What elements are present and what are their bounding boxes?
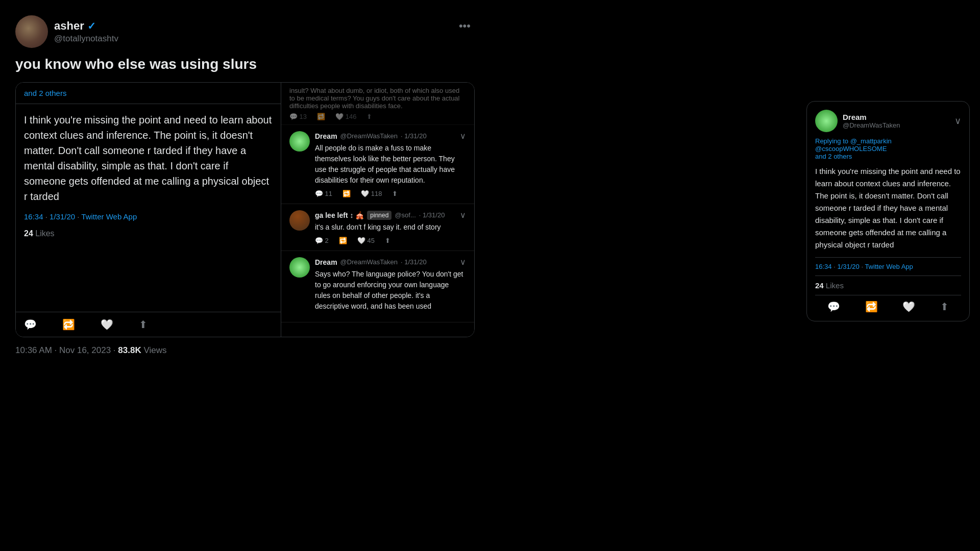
- twitter-web-app-link[interactable]: Twitter Web App: [81, 212, 137, 221]
- reply-icon[interactable]: 💬 11: [315, 190, 332, 197]
- right-panel: insult? What about dumb, or idiot, both …: [281, 83, 474, 337]
- reply-count-top: 💬 13: [289, 113, 307, 120]
- share-icon[interactable]: ⬆: [940, 300, 949, 313]
- retweet-icon[interactable]: 🔁: [62, 318, 75, 331]
- reply-header: ga lee left ↕️ 🎪 pinned @sof... · 1/31/2…: [315, 210, 466, 220]
- like-icon[interactable]: 🤍: [101, 318, 113, 331]
- tweet-text: you know who else was using slurs: [15, 54, 475, 74]
- reply-actions: 💬 2 🔁 🤍 45 ⬆: [315, 237, 466, 244]
- list-item: Dream @DreamWasTaken · 1/31/20 ∨ All peo…: [281, 125, 474, 204]
- retweet-icon[interactable]: 🔁: [342, 190, 351, 197]
- expanded-tweet: Dream @DreamWasTaken ∨ Replying to @_mat…: [806, 101, 970, 321]
- avatar: [815, 110, 838, 132]
- reply-name: ga lee left ↕️ 🎪: [315, 211, 364, 219]
- reply-content: ga lee left ↕️ 🎪 pinned @sof... · 1/31/2…: [315, 210, 466, 244]
- reply-name: Dream: [315, 132, 337, 140]
- share-icon[interactable]: ⬆: [385, 237, 390, 244]
- like-icon[interactable]: 🤍 118: [361, 190, 382, 197]
- expand-chevron-icon[interactable]: ∨: [954, 115, 961, 127]
- pinned-badge: pinned: [367, 211, 391, 220]
- like-icon[interactable]: 🤍 45: [357, 237, 375, 244]
- expanded-action-bar: 💬 🔁 🤍 ⬆: [815, 295, 961, 313]
- expanded-likes: 24 Likes: [815, 276, 961, 290]
- expanded-tweet-header: Dream @DreamWasTaken ∨: [815, 110, 961, 132]
- reply-text: it's a slur. don't f king say it. end of…: [315, 222, 466, 233]
- share-top: ⬆: [366, 113, 372, 120]
- reply-icon[interactable]: 💬: [827, 300, 840, 313]
- retweet-count-top: 🔁: [317, 113, 325, 120]
- reply-icon[interactable]: 💬 2: [315, 237, 329, 244]
- expanded-tweet-meta: 16:34 · 1/31/20 · Twitter Web App: [815, 257, 961, 270]
- retweet-icon[interactable]: 🔁: [339, 237, 347, 244]
- left-action-bar: 💬 🔁 🤍 ⬆: [16, 312, 281, 337]
- top-partial-text: insult? What about dumb, or idiot, both …: [281, 83, 474, 125]
- reply-chevron: ∨: [460, 131, 466, 141]
- reply-handle: @DreamWasTaken: [340, 258, 398, 266]
- left-panel-body: I think you're missing the point and nee…: [16, 104, 281, 312]
- embedded-content: and 2 others I think you're missing the …: [15, 82, 475, 337]
- reply-header: Dream @DreamWasTaken · 1/31/20 ∨: [315, 257, 466, 267]
- name-text: asher: [54, 19, 84, 33]
- list-item: ga lee left ↕️ 🎪 pinned @sof... · 1/31/2…: [281, 204, 474, 251]
- expanded-tweet-text: I think you're missing the point and nee…: [815, 165, 961, 251]
- more-options-button[interactable]: •••: [455, 15, 475, 37]
- expanded-replying-to: Replying to @_mattparkin @cscoopWHOLESOM…: [815, 137, 961, 160]
- reply-text: Says who? The language police? You don't…: [315, 269, 466, 312]
- reply-chevron: ∨: [460, 257, 466, 267]
- reply-icon[interactable]: 💬: [24, 318, 37, 331]
- left-likes: 24 Likes: [24, 229, 273, 238]
- reply-content: Dream @DreamWasTaken · 1/31/20 ∨ Says wh…: [315, 257, 466, 316]
- left-tweet-meta: 16:34 · 1/31/20 · Twitter Web App: [24, 212, 273, 221]
- display-name: asher ✓: [54, 19, 118, 33]
- left-panel-header[interactable]: and 2 others: [16, 83, 281, 104]
- like-count-top: 🤍 146: [335, 113, 356, 120]
- verified-icon: ✓: [87, 20, 96, 32]
- reply-chevron: ∨: [460, 210, 466, 220]
- reply-header: Dream @DreamWasTaken · 1/31/20 ∨: [315, 131, 466, 141]
- reply-name: Dream: [315, 258, 337, 266]
- share-icon[interactable]: ⬆: [392, 190, 398, 197]
- reply-text: All people do is make a fuss to make the…: [315, 143, 466, 186]
- retweet-icon[interactable]: 🔁: [865, 300, 878, 313]
- reply-actions: 💬 11 🔁 🤍 118 ⬆: [315, 190, 466, 197]
- expanded-name: Dream: [843, 113, 900, 121]
- avatar: [289, 210, 310, 231]
- list-item: Dream @DreamWasTaken · 1/31/20 ∨ Says wh…: [281, 251, 474, 322]
- reply-date: · 1/31/20: [419, 211, 445, 219]
- like-icon[interactable]: 🤍: [902, 300, 915, 313]
- reply-handle: @DreamWasTaken: [340, 132, 398, 140]
- tweet-footer: 10:36 AM · Nov 16, 2023 · 83.8K Views: [15, 345, 475, 366]
- reply-mention: @sof...: [395, 211, 415, 219]
- avatar[interactable]: [15, 15, 48, 48]
- expanded-user-info: Dream @DreamWasTaken: [843, 113, 900, 129]
- reply-date: · 1/31/20: [401, 132, 427, 140]
- left-tweet-text: I think you're missing the point and nee…: [24, 112, 273, 204]
- left-panel: and 2 others I think you're missing the …: [16, 83, 281, 337]
- username: @totallynotashtv: [54, 34, 118, 44]
- avatar: [289, 131, 310, 152]
- avatar: [289, 257, 310, 278]
- expanded-handle: @DreamWasTaken: [843, 121, 900, 129]
- share-icon[interactable]: ⬆: [139, 318, 148, 331]
- reply-date: · 1/31/20: [401, 258, 427, 266]
- reply-content: Dream @DreamWasTaken · 1/31/20 ∨ All peo…: [315, 131, 466, 197]
- user-info: asher ✓ @totallynotashtv: [54, 19, 118, 44]
- tweet-header: asher ✓ @totallynotashtv •••: [15, 15, 475, 48]
